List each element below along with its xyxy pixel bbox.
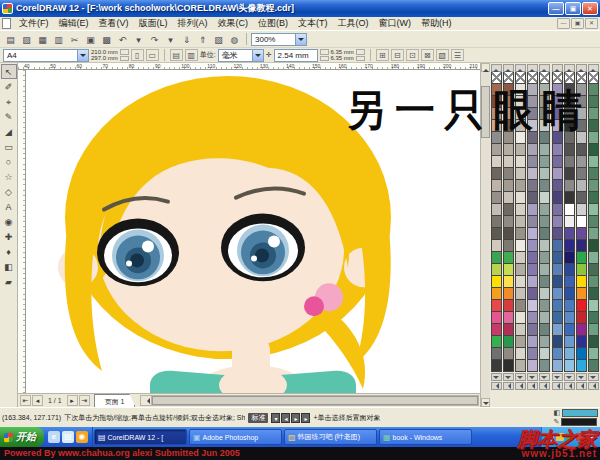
- paper-size-stepper[interactable]: [120, 49, 129, 61]
- last-page-button[interactable]: ⇥: [79, 395, 90, 406]
- status-mini-button[interactable]: ▸: [291, 413, 300, 423]
- horizontal-scroll-thumb[interactable]: [152, 396, 478, 405]
- doc-minimize-button[interactable]: —: [557, 18, 570, 29]
- horizontal-scrollbar[interactable]: [140, 395, 479, 406]
- menu-item[interactable]: 版面(L): [134, 17, 173, 30]
- menu-item[interactable]: 排列(A): [173, 17, 213, 30]
- portrait-button[interactable]: ▯: [131, 49, 144, 61]
- minimize-button[interactable]: —: [548, 2, 564, 15]
- redo-icon[interactable]: ↷: [147, 32, 162, 46]
- copy-icon[interactable]: ▣: [83, 32, 98, 46]
- color-swatch[interactable]: [503, 359, 514, 372]
- open-icon[interactable]: ▨: [19, 32, 34, 46]
- menu-item[interactable]: 文件(F): [14, 17, 54, 30]
- palette-scroll-up-button[interactable]: [576, 64, 587, 72]
- taskbar-task-button[interactable]: ▤ CorelDRAW 12 - [: [94, 429, 187, 445]
- rectangle-tool[interactable]: ▭: [1, 139, 17, 154]
- redo-dropdown-icon[interactable]: ▾: [163, 32, 178, 46]
- color-swatch[interactable]: [515, 359, 526, 372]
- palette-flyout-button[interactable]: [491, 382, 502, 390]
- scroll-down-button[interactable]: [481, 398, 490, 407]
- palette-scroll-up-button[interactable]: [564, 64, 575, 72]
- page-tab[interactable]: 页面 1: [94, 394, 136, 407]
- eyedropper-tool[interactable]: ✚: [1, 229, 17, 244]
- menu-item[interactable]: 效果(C): [213, 17, 254, 30]
- previous-page-button[interactable]: ◂: [32, 395, 43, 406]
- color-swatch[interactable]: [552, 359, 563, 372]
- palette-scroll-down-button[interactable]: [552, 373, 563, 381]
- status-mini-button[interactable]: ▸: [301, 413, 310, 423]
- color-swatch[interactable]: [491, 359, 502, 372]
- duplicate-stepper[interactable]: [356, 49, 365, 61]
- palette-flyout-button[interactable]: [588, 382, 599, 390]
- freehand-tool[interactable]: ✎: [1, 109, 17, 124]
- menu-item[interactable]: 文本(T): [293, 17, 333, 30]
- doc-close-button[interactable]: ✕: [585, 18, 598, 29]
- menu-item[interactable]: 位图(B): [253, 17, 293, 30]
- palette-scroll-down-button[interactable]: [527, 373, 538, 381]
- current-page-button[interactable]: ▥: [185, 49, 198, 61]
- doc-restore-button[interactable]: ▣: [571, 18, 584, 29]
- menu-item[interactable]: 编辑(E): [54, 17, 94, 30]
- status-mini-button[interactable]: ◂: [281, 413, 290, 423]
- options-button[interactable]: ☰: [451, 49, 464, 61]
- palette-scroll-up-button[interactable]: [588, 64, 599, 72]
- text-tool[interactable]: A: [1, 199, 17, 214]
- palette-flyout-button[interactable]: [527, 382, 538, 390]
- dynamic-guides-button[interactable]: ⊠: [421, 49, 434, 61]
- paper-type-select[interactable]: A4: [3, 49, 89, 62]
- color-swatch[interactable]: [576, 359, 587, 372]
- palette-flyout-button[interactable]: [564, 382, 575, 390]
- color-swatch[interactable]: [588, 359, 599, 372]
- cut-icon[interactable]: ✂: [67, 32, 82, 46]
- interactive-blend-tool[interactable]: ◉: [1, 214, 17, 229]
- nudge-offset-input[interactable]: 2.54 mm: [274, 49, 318, 62]
- new-icon[interactable]: ▤: [3, 32, 18, 46]
- color-swatch[interactable]: [539, 359, 550, 372]
- status-mini-button[interactable]: ▾: [271, 413, 280, 423]
- next-page-button[interactable]: ▸: [67, 395, 78, 406]
- color-swatch[interactable]: [527, 359, 538, 372]
- palette-scroll-up-button[interactable]: [515, 64, 526, 72]
- taskbar-task-button[interactable]: ▨ 韩国练习吧 (叶老图): [284, 429, 377, 445]
- palette-flyout-button[interactable]: [576, 382, 587, 390]
- color-swatch[interactable]: [564, 359, 575, 372]
- palette-flyout-button[interactable]: [515, 382, 526, 390]
- app-launcher-icon[interactable]: ▧: [211, 32, 226, 46]
- outline-tool[interactable]: ♦: [1, 244, 17, 259]
- palette-scroll-down-button[interactable]: [539, 373, 550, 381]
- zoom-tool[interactable]: ⌖: [1, 94, 17, 109]
- palette-scroll-down-button[interactable]: [515, 373, 526, 381]
- nudge-stepper[interactable]: [320, 49, 329, 61]
- save-icon[interactable]: ▦: [35, 32, 50, 46]
- duplicate-distance[interactable]: 6.35 mm 6.35 mm: [331, 49, 354, 61]
- start-button[interactable]: 开始: [0, 427, 44, 447]
- snap-to-objects-button[interactable]: ⊡: [406, 49, 419, 61]
- palette-scroll-down-button[interactable]: [503, 373, 514, 381]
- shape-tool[interactable]: ✐: [1, 79, 17, 94]
- treat-as-filled-button[interactable]: ▧: [436, 49, 449, 61]
- menu-item[interactable]: 工具(O): [333, 17, 374, 30]
- snap-to-grid-button[interactable]: ⊞: [376, 49, 389, 61]
- ellipse-tool[interactable]: ○: [1, 154, 17, 169]
- palette-scroll-up-button[interactable]: [503, 64, 514, 72]
- show-desktop-icon[interactable]: ▤: [62, 431, 74, 443]
- export-icon[interactable]: ⇑: [195, 32, 210, 46]
- corel-online-icon[interactable]: ◍: [227, 32, 242, 46]
- units-select[interactable]: 毫米: [218, 49, 264, 62]
- menu-item[interactable]: 查看(V): [94, 17, 134, 30]
- all-pages-button[interactable]: ▤: [170, 49, 183, 61]
- palette-scroll-down-button[interactable]: [564, 373, 575, 381]
- first-page-button[interactable]: ⇤: [20, 395, 31, 406]
- palette-flyout-button[interactable]: [503, 382, 514, 390]
- import-icon[interactable]: ⇓: [179, 32, 194, 46]
- scroll-up-button[interactable]: [481, 63, 490, 72]
- print-icon[interactable]: ▥: [51, 32, 66, 46]
- palette-scroll-up-button[interactable]: [539, 64, 550, 72]
- snap-to-guidelines-button[interactable]: ⊟: [391, 49, 404, 61]
- paste-icon[interactable]: ▩: [99, 32, 114, 46]
- undo-dropdown-icon[interactable]: ▾: [131, 32, 146, 46]
- media-player-icon[interactable]: ◉: [76, 431, 88, 443]
- restore-button[interactable]: ▣: [565, 2, 581, 15]
- smart-drawing-tool[interactable]: ◢: [1, 124, 17, 139]
